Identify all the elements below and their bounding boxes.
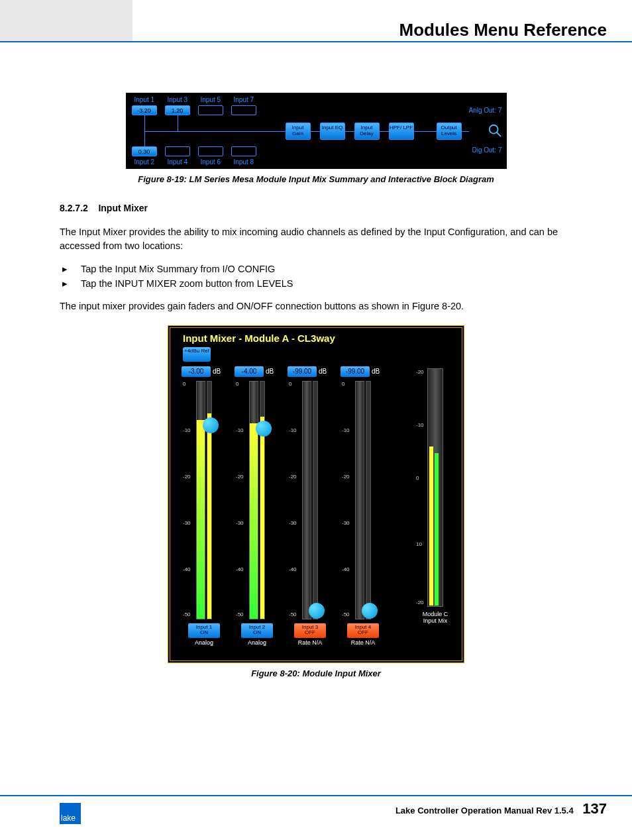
input-gain-value[interactable]: 1.20 bbox=[165, 105, 190, 115]
scale-tick: -10 bbox=[236, 427, 244, 433]
input-label: Input 6 bbox=[201, 158, 221, 166]
section-number: 8.2.7.2 bbox=[60, 203, 88, 213]
input-gain-value[interactable] bbox=[231, 146, 256, 156]
scale-tick: -30 bbox=[183, 520, 191, 526]
scale-tick: -20 bbox=[289, 474, 297, 480]
block-hpf-lpf[interactable]: HPF/ LPF bbox=[389, 123, 414, 140]
channel-off-button[interactable]: Input 3OFF bbox=[294, 623, 326, 638]
svg-line-1 bbox=[496, 132, 500, 136]
gain-value[interactable]: -3.00 bbox=[182, 366, 211, 377]
input-gain-value[interactable] bbox=[198, 146, 223, 156]
mixer-channel-1: -3.00dB 0 -10 -20 -30 -40 -50 Input 1ON … bbox=[182, 364, 233, 646]
logo-text: lake bbox=[61, 814, 76, 823]
ref-button[interactable]: +4dBu Ref bbox=[183, 347, 211, 362]
page-number: 137 bbox=[582, 800, 607, 817]
bullet-text: Tap the Input Mix Summary from I/O CONFI… bbox=[81, 264, 275, 274]
scale-tick: -20 bbox=[416, 369, 424, 375]
bullet-text: Tap the INPUT MIXER zoom button from LEV… bbox=[81, 278, 293, 289]
scale-tick: -50 bbox=[342, 611, 350, 617]
scale-tick: -40 bbox=[342, 566, 350, 572]
paragraph: The Input Mixer provides the ability to … bbox=[60, 225, 572, 253]
fader-track[interactable]: 0 -10 -20 -30 -40 -50 bbox=[182, 381, 220, 619]
gain-value[interactable]: -4.00 bbox=[235, 366, 264, 377]
input-gain-value[interactable] bbox=[198, 105, 223, 115]
fader-knob[interactable] bbox=[256, 421, 272, 437]
out-meter-a bbox=[429, 446, 433, 605]
block-input-gain[interactable]: Input Gain bbox=[286, 123, 311, 140]
block-label: Output Levels bbox=[441, 125, 456, 136]
btn-line2: OFF bbox=[305, 629, 315, 635]
scale-tick: -10 bbox=[416, 422, 424, 428]
footer-manual-rev: Lake Controller Operation Manual Rev 1.5… bbox=[395, 806, 574, 815]
input-gain-value[interactable]: 0.30 bbox=[132, 146, 157, 156]
fader-knob[interactable] bbox=[362, 603, 378, 619]
page-footer: lake Lake Controller Operation Manual Re… bbox=[0, 795, 632, 821]
fader-track[interactable]: 0 -10 -20 -30 -40 -50 bbox=[288, 381, 326, 619]
footer-rule bbox=[0, 795, 632, 796]
scale-tick: 0 bbox=[289, 381, 291, 387]
btn-line2: ON bbox=[253, 629, 261, 635]
channel-off-button[interactable]: Input 4OFF bbox=[347, 623, 379, 638]
scale-tick: -30 bbox=[289, 520, 297, 526]
db-label: dB bbox=[266, 368, 274, 375]
magnifier-icon[interactable] bbox=[488, 123, 502, 138]
scale-tick: -40 bbox=[183, 566, 191, 572]
scale-tick: -50 bbox=[183, 611, 191, 617]
scale-tick: -50 bbox=[289, 611, 297, 617]
dig-out-label: Dig Out: 7 bbox=[472, 146, 501, 154]
channel-on-button[interactable]: Input 1ON bbox=[188, 623, 220, 638]
channel-source: Rate N/A bbox=[341, 639, 386, 646]
figure-8-19-diagram: Input 1 Input 3 Input 5 Input 7 -3.20 1.… bbox=[126, 93, 507, 169]
channel-source: Rate N/A bbox=[288, 639, 333, 646]
btn-line2: OFF bbox=[358, 629, 368, 635]
input-label: Input 4 bbox=[168, 158, 188, 166]
scale-tick: -20 bbox=[183, 474, 191, 480]
bullet-triangle-icon: ▸ bbox=[60, 278, 81, 289]
scale-tick: 0 bbox=[236, 381, 238, 387]
scale-tick: -10 bbox=[183, 427, 191, 433]
block-input-delay[interactable]: Input Delay bbox=[354, 123, 380, 140]
gain-value[interactable]: -99.00 bbox=[341, 366, 370, 377]
input-label: Input 7 bbox=[234, 96, 254, 103]
block-output-levels[interactable]: Output Levels bbox=[437, 123, 462, 140]
scale-tick: -20 bbox=[236, 474, 244, 480]
meter-peak bbox=[207, 413, 211, 619]
header-shade bbox=[0, 0, 132, 41]
input-gain-value[interactable]: -3.20 bbox=[132, 105, 157, 115]
output-label: Module C Input Mix bbox=[419, 611, 452, 624]
output-mix-meter: -20 -10 0 10 -20 Module C Input Mix bbox=[419, 368, 452, 624]
paragraph: The input mixer provides gain faders and… bbox=[60, 299, 572, 313]
scale-tick: -30 bbox=[236, 520, 244, 526]
scale-tick: 0 bbox=[342, 381, 344, 387]
meter-peak bbox=[260, 417, 264, 619]
bullet-triangle-icon: ▸ bbox=[60, 264, 81, 274]
signal-line bbox=[178, 115, 178, 131]
block-label: Input Gain bbox=[292, 125, 304, 136]
mixer-title: Input Mixer - Module A - CL3way bbox=[183, 333, 335, 344]
scale-tick: -30 bbox=[342, 520, 350, 526]
input-gain-value[interactable] bbox=[231, 105, 256, 115]
channel-on-button[interactable]: Input 2ON bbox=[241, 623, 273, 638]
btn-line2: ON bbox=[200, 629, 208, 635]
fader-track[interactable]: 0 -10 -20 -30 -40 -50 bbox=[341, 381, 379, 619]
svg-point-0 bbox=[489, 125, 498, 134]
input-label: Input 5 bbox=[201, 96, 221, 103]
fader-knob[interactable] bbox=[309, 603, 325, 619]
mixer-channel-4: -99.00dB 0 -10 -20 -30 -40 -50 Input 4OF… bbox=[341, 364, 392, 646]
fader-knob[interactable] bbox=[203, 417, 219, 433]
block-label: Input Delay bbox=[360, 125, 373, 136]
gain-value[interactable]: -99.00 bbox=[288, 366, 317, 377]
fader-track[interactable]: 0 -10 -20 -30 -40 -50 bbox=[235, 381, 273, 619]
block-label: Input EQ bbox=[322, 125, 343, 131]
input-label: Input 8 bbox=[234, 158, 254, 166]
section-heading: 8.2.7.2 Input Mixer bbox=[60, 203, 572, 213]
page-header: Modules Menu Reference bbox=[0, 0, 632, 53]
input-gain-value[interactable] bbox=[165, 146, 190, 156]
mixer-channel-3: -99.00dB 0 -10 -20 -30 -40 -50 Input 3OF… bbox=[288, 364, 339, 646]
block-input-eq[interactable]: Input EQ bbox=[320, 123, 345, 140]
scale-tick: -20 bbox=[416, 600, 424, 605]
ref-label: +4dBu Ref bbox=[184, 348, 209, 354]
scale-tick: 10 bbox=[416, 541, 422, 547]
meter-fill bbox=[197, 420, 205, 619]
figure-8-20-caption: Figure 8-20: Module Input Mixer bbox=[60, 668, 572, 678]
